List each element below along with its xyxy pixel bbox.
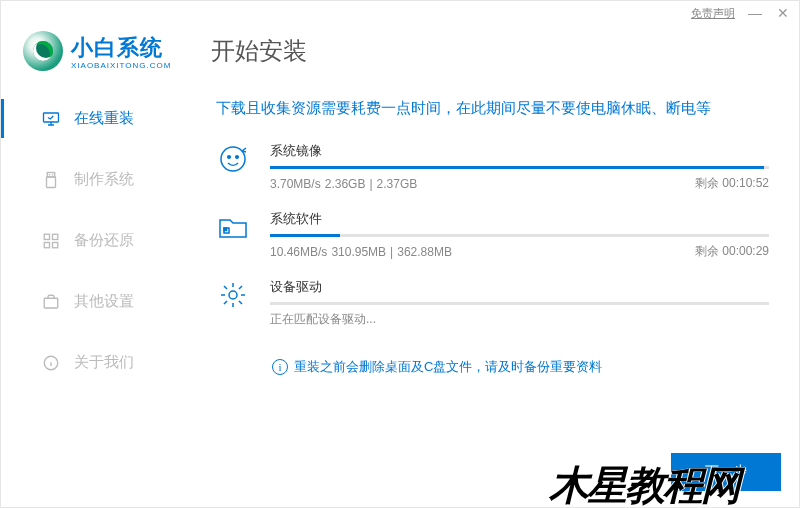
svg-rect-5 bbox=[44, 234, 49, 239]
monitor-icon bbox=[42, 110, 60, 128]
svg-rect-1 bbox=[47, 172, 55, 177]
sidebar-item-label: 备份还原 bbox=[74, 231, 134, 250]
progress-bar bbox=[270, 302, 769, 305]
info-icon bbox=[42, 354, 60, 372]
sidebar-item-backup[interactable]: 备份还原 bbox=[1, 221, 166, 260]
task-remaining: 剩余 00:10:52 bbox=[695, 175, 769, 192]
svg-rect-6 bbox=[53, 234, 58, 239]
disclaimer-link[interactable]: 免责声明 bbox=[691, 6, 735, 21]
sidebar-item-label: 关于我们 bbox=[74, 353, 134, 372]
gear-icon bbox=[216, 278, 250, 312]
task-stats: 10.46MB/s 310.95MB | 362.88MB bbox=[270, 243, 452, 260]
task-drivers: 设备驱动 正在匹配设备驱动... bbox=[216, 278, 769, 328]
notice-text: 重装之前会删除桌面及C盘文件，请及时备份重要资料 bbox=[294, 358, 602, 376]
sidebar: 在线重装 制作系统 备份还原 其他设置 关于我们 bbox=[1, 81, 166, 487]
task-remaining: 剩余 00:00:29 bbox=[695, 243, 769, 260]
usb-icon bbox=[42, 171, 60, 189]
svg-rect-17 bbox=[224, 228, 227, 231]
progress-fill bbox=[270, 234, 340, 237]
svg-point-15 bbox=[236, 156, 239, 159]
sidebar-item-about[interactable]: 关于我们 bbox=[1, 343, 166, 382]
svg-point-18 bbox=[229, 291, 237, 299]
face-icon bbox=[216, 142, 250, 176]
next-button[interactable]: 下一步 bbox=[671, 453, 781, 491]
sidebar-item-makesystem[interactable]: 制作系统 bbox=[1, 160, 166, 199]
folder-icon bbox=[216, 210, 250, 244]
svg-rect-9 bbox=[44, 298, 58, 308]
svg-point-14 bbox=[228, 156, 231, 159]
page-title: 开始安装 bbox=[211, 35, 307, 67]
minimize-button[interactable]: — bbox=[747, 5, 763, 21]
close-button[interactable]: ✕ bbox=[775, 5, 791, 21]
sidebar-item-label: 在线重装 bbox=[74, 109, 134, 128]
task-title: 系统镜像 bbox=[270, 142, 769, 160]
progress-bar bbox=[270, 234, 769, 237]
sidebar-item-reinstall[interactable]: 在线重装 bbox=[1, 99, 166, 138]
sidebar-item-label: 制作系统 bbox=[74, 170, 134, 189]
grid-icon bbox=[42, 232, 60, 250]
download-hint: 下载且收集资源需要耗费一点时间，在此期间尽量不要使电脑休眠、断电等 bbox=[216, 81, 769, 142]
svg-rect-2 bbox=[47, 177, 56, 188]
svg-rect-8 bbox=[53, 242, 58, 247]
task-system-image: 系统镜像 3.70MB/s 2.36GB | 2.37GB 剩余 00:10:5… bbox=[216, 142, 769, 192]
task-stats: 3.70MB/s 2.36GB | 2.37GB bbox=[270, 175, 417, 192]
warning-notice: i 重装之前会删除桌面及C盘文件，请及时备份重要资料 bbox=[216, 358, 769, 376]
progress-fill bbox=[270, 166, 764, 169]
task-title: 设备驱动 bbox=[270, 278, 769, 296]
sidebar-item-label: 其他设置 bbox=[74, 292, 134, 311]
task-title: 系统软件 bbox=[270, 210, 769, 228]
brand-name: 小白系统 bbox=[71, 33, 171, 63]
briefcase-icon bbox=[42, 293, 60, 311]
brand-sub: XIAOBAIXITONG.COM bbox=[71, 61, 171, 70]
task-system-software: 系统软件 10.46MB/s 310.95MB | 362.88MB 剩余 00… bbox=[216, 210, 769, 260]
brand-logo: 小白系统 XIAOBAIXITONG.COM bbox=[23, 31, 171, 71]
sidebar-item-settings[interactable]: 其他设置 bbox=[1, 282, 166, 321]
task-status: 正在匹配设备驱动... bbox=[270, 311, 376, 328]
logo-icon bbox=[23, 31, 63, 71]
progress-bar bbox=[270, 166, 769, 169]
info-icon: i bbox=[272, 359, 288, 375]
svg-rect-7 bbox=[44, 242, 49, 247]
svg-point-13 bbox=[221, 147, 245, 171]
